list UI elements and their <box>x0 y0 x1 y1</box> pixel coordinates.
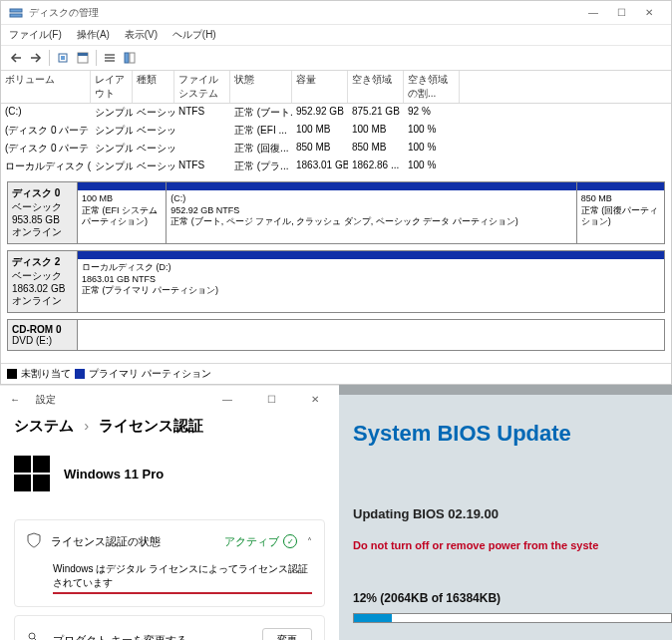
hdr-status[interactable]: 状態 <box>230 71 292 103</box>
os-name: Windows 11 Pro <box>64 467 164 481</box>
cell-lay: シンプル <box>91 105 133 121</box>
change-button[interactable]: 変更 <box>262 628 312 640</box>
cell-type: ベーシック <box>133 159 174 174</box>
svg-rect-0 <box>10 9 22 12</box>
legend: 未割り当て プライマリ パーティション <box>1 363 671 384</box>
disk-management-window: ディスクの管理 — ☐ ✕ ファイル(F) 操作(A) 表示(V) ヘルプ(H)… <box>0 0 672 385</box>
disk-label[interactable]: ディスク 0ベーシック953.85 GBオンライン <box>8 182 78 243</box>
maximize-button[interactable]: ☐ <box>607 5 635 20</box>
settings-window: ← 設定 — ☐ ✕ システム › ライセンス認証 Windows 11 Pro… <box>0 385 339 640</box>
volume-row[interactable]: ローカルディスク (D:)シンプルベーシックNTFS正常 (プラ...1863.… <box>1 158 671 175</box>
detail-view-icon[interactable] <box>121 49 139 67</box>
cell-fs <box>174 141 230 157</box>
cell-st: 正常 (プラ... <box>230 159 292 174</box>
cell-st: 正常 (EFI ... <box>230 123 292 139</box>
maximize-button[interactable]: ☐ <box>257 392 285 407</box>
volume-header: ボリューム レイアウト 種類 ファイル システム 状態 容量 空き領域 空き領域… <box>1 71 671 104</box>
partition[interactable]: 850 MB正常 (回復パーティション) <box>576 182 664 243</box>
properties-icon[interactable] <box>74 49 92 67</box>
os-row: Windows 11 Pro <box>0 446 339 511</box>
partition-body: ローカルディスク (D:)1863.01 GB NTFS正常 (プライマリ パー… <box>78 259 664 300</box>
bios-update-screen: System BIOS Update Updating BIOS 02.19.0… <box>339 385 672 640</box>
cell-type: ベーシック <box>133 123 174 139</box>
close-button[interactable]: ✕ <box>301 392 329 407</box>
settings-title: 設定 <box>36 393 56 407</box>
legend-unalloc: 未割り当て <box>21 367 71 381</box>
volume-row[interactable]: (ディスク 0 パーティシ...シンプルベーシック正常 (EFI ...100 … <box>1 122 671 140</box>
partition-body: 850 MB正常 (回復パーティション) <box>577 190 664 231</box>
toolbar <box>1 46 671 71</box>
cell-pct: 100 % <box>404 123 460 139</box>
menu-view[interactable]: 表示(V) <box>125 29 158 40</box>
disk-label[interactable]: ディスク 2ベーシック1863.02 GBオンライン <box>8 251 78 312</box>
cell-fs: NTFS <box>174 159 230 174</box>
check-circle-icon: ✓ <box>283 534 297 548</box>
hdr-pct[interactable]: 空き領域の割... <box>404 71 460 103</box>
hdr-fs[interactable]: ファイル システム <box>174 71 230 103</box>
chevron-up-icon[interactable]: ˄ <box>307 536 312 547</box>
activation-card[interactable]: ライセンス認証の状態 アクティブ ✓ ˄ Windows はデジタル ライセンス… <box>14 519 325 607</box>
disk: ディスク 0ベーシック953.85 GBオンライン100 MB正常 (EFI シ… <box>7 181 665 244</box>
hdr-layout[interactable]: レイアウト <box>91 71 133 103</box>
bc-system[interactable]: システム <box>14 417 74 434</box>
hdr-type[interactable]: 種類 <box>133 71 174 103</box>
key-icon <box>27 631 43 640</box>
hdr-capacity[interactable]: 容量 <box>292 71 348 103</box>
disk-parts: ローカルディスク (D:)1863.01 GB NTFS正常 (プライマリ パー… <box>78 251 664 312</box>
disk: ディスク 2ベーシック1863.02 GBオンラインローカルディスク (D:)1… <box>7 250 665 313</box>
refresh-icon[interactable] <box>54 49 72 67</box>
svg-rect-1 <box>10 14 22 17</box>
close-button[interactable]: ✕ <box>635 5 663 20</box>
bios-progress-fill <box>354 614 392 622</box>
partition[interactable]: ローカルディスク (D:)1863.01 GB NTFS正常 (プライマリ パー… <box>78 251 664 312</box>
cell-st: 正常 (回復... <box>230 141 292 157</box>
cell-cap: 850 MB <box>292 141 348 157</box>
minimize-button[interactable]: — <box>579 5 607 20</box>
cell-vol: ローカルディスク (D:) <box>1 159 91 174</box>
volume-row[interactable]: (ディスク 0 パーティシ...シンプルベーシック正常 (回復...850 MB… <box>1 140 671 158</box>
cell-free: 875.21 GB <box>348 105 404 121</box>
partition[interactable]: (C:)952.92 GB NTFS正常 (ブート, ページ ファイル, クラッ… <box>166 182 576 243</box>
back-button[interactable]: ← <box>10 394 20 405</box>
cell-type: ベーシック <box>133 105 174 121</box>
menu-action[interactable]: 操作(A) <box>77 29 110 40</box>
bios-warning: Do not turn off or remove power from the… <box>353 539 672 551</box>
cell-pct: 100 % <box>404 141 460 157</box>
cell-free: 850 MB <box>348 141 404 157</box>
settings-titlebar: ← 設定 — ☐ ✕ <box>0 386 339 413</box>
svg-rect-9 <box>125 53 129 63</box>
partition-body: (C:)952.92 GB NTFS正常 (ブート, ページ ファイル, クラッ… <box>167 190 576 231</box>
minimize-button[interactable]: — <box>213 392 241 407</box>
cell-cap: 1863.01 GB <box>292 159 348 174</box>
cell-vol: (C:) <box>1 105 91 121</box>
menu-help[interactable]: ヘルプ(H) <box>172 29 216 40</box>
cdrom-label[interactable]: CD-ROM 0DVD (E:) <box>8 320 78 350</box>
list-view-icon[interactable] <box>101 49 119 67</box>
windows-logo-icon <box>14 456 50 491</box>
activation-status: アクティブ ✓ <box>224 534 297 549</box>
chevron-right-icon: › <box>84 417 89 434</box>
cell-type: ベーシック <box>133 141 174 157</box>
hdr-volume[interactable]: ボリューム <box>1 71 91 103</box>
cell-lay: シンプル <box>91 123 133 139</box>
hdr-free[interactable]: 空き領域 <box>348 71 404 103</box>
menu-file[interactable]: ファイル(F) <box>9 29 62 40</box>
product-key-label: プロダクト キーを変更する <box>53 633 252 641</box>
volume-row[interactable]: (C:)シンプルベーシックNTFS正常 (ブート...952.92 GB875.… <box>1 104 671 122</box>
legend-unalloc-swatch <box>7 369 17 379</box>
forward-icon[interactable] <box>27 49 45 67</box>
partition-body: 100 MB正常 (EFI システム パーティション) <box>78 190 166 231</box>
cdrom: CD-ROM 0DVD (E:) <box>7 319 665 351</box>
volume-list: (C:)シンプルベーシックNTFS正常 (ブート...952.92 GB875.… <box>1 104 671 175</box>
svg-rect-7 <box>105 57 115 59</box>
cell-pct: 92 % <box>404 105 460 121</box>
bios-progress-bar <box>353 613 672 623</box>
svg-rect-5 <box>78 53 88 56</box>
partition[interactable]: 100 MB正常 (EFI システム パーティション) <box>78 182 166 243</box>
back-icon[interactable] <box>7 49 25 67</box>
cell-vol: (ディスク 0 パーティシ... <box>1 141 91 157</box>
svg-rect-3 <box>61 56 65 60</box>
legend-primary: プライマリ パーティション <box>89 367 211 381</box>
cell-st: 正常 (ブート... <box>230 105 292 121</box>
cell-pct: 100 % <box>404 159 460 174</box>
